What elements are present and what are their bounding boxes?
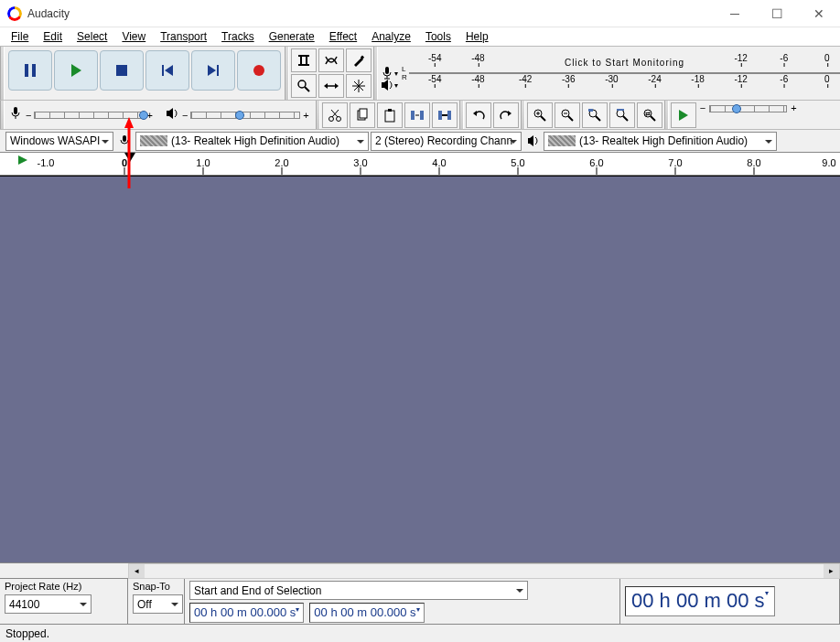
recording-volume-slider[interactable]	[34, 109, 144, 122]
svg-rect-38	[411, 111, 415, 120]
selection-mode-combo[interactable]: Start and End of Selection	[189, 581, 528, 600]
cut-button[interactable]	[322, 102, 348, 128]
svg-line-51	[568, 116, 573, 121]
menu-effect[interactable]: Effect	[324, 29, 362, 44]
project-rate-label: Project Rate (Hz)	[5, 581, 123, 592]
playback-device-combo[interactable]: (13- Realtek High Definition Audio)	[544, 132, 777, 151]
zoom-out-button[interactable]	[555, 102, 580, 128]
envelope-tool-button[interactable]	[318, 48, 344, 72]
svg-rect-12	[298, 64, 309, 66]
playback-volume-slider[interactable]	[190, 109, 300, 122]
silence-button[interactable]	[432, 102, 458, 128]
draw-tool-button[interactable]	[346, 48, 372, 72]
trim-button[interactable]	[404, 102, 430, 128]
svg-rect-1	[32, 64, 36, 77]
playhead-marker[interactable]	[124, 153, 135, 166]
status-text: Stopped.	[5, 627, 49, 640]
menu-help[interactable]: Help	[460, 29, 494, 44]
menu-view[interactable]: View	[116, 29, 151, 44]
horizontal-scrollbar[interactable]: ◂ ▸	[0, 562, 840, 578]
skip-start-button[interactable]	[145, 50, 189, 91]
menu-generate[interactable]: Generate	[264, 29, 320, 44]
svg-marker-29	[167, 108, 173, 119]
audio-host-combo[interactable]: Windows WASAPI	[5, 132, 113, 151]
selection-end-time[interactable]: 00 h 00 m 00.000 s▾	[309, 603, 424, 623]
svg-marker-64	[528, 135, 533, 146]
snap-to-combo[interactable]: Off	[133, 594, 183, 614]
timeline-ruler[interactable]: -1.0 0 1.0 2.0 3.0 4.0 5.0 6.0 7.0 8.0 9…	[0, 152, 840, 176]
playback-meter-scale[interactable]: -54 -48 -42 -36 -30 -24 -18 -12 -6 0	[409, 73, 840, 93]
zoom-in-button[interactable]	[527, 102, 553, 128]
svg-marker-6	[208, 65, 216, 76]
scroll-left-button[interactable]: ◂	[129, 564, 145, 578]
menu-transport[interactable]: Transport	[155, 29, 212, 44]
recording-meter: ▾ LR -54 -48 -12 -6 0 Click to Start Mon…	[378, 47, 840, 100]
copy-button[interactable]	[350, 102, 375, 128]
svg-marker-65	[18, 155, 27, 165]
toolbar-row-1: ▾ LR -54 -48 -12 -6 0 Click to Start Mon…	[0, 46, 840, 100]
menu-analyze[interactable]: Analyze	[366, 29, 416, 44]
play-at-speed-toolbar: − +	[669, 101, 801, 129]
playback-speed-slider[interactable]	[709, 102, 787, 115]
svg-line-54	[596, 116, 600, 121]
window-title: Audacity	[27, 7, 70, 20]
svg-point-56	[617, 110, 624, 117]
fit-selection-button[interactable]	[582, 102, 608, 128]
svg-marker-2	[71, 64, 81, 77]
undo-button[interactable]	[466, 102, 491, 128]
toolbar-row-2: − + − + ⇄ − +	[0, 100, 840, 129]
speaker-icon[interactable]: ▾	[378, 78, 400, 92]
svg-marker-5	[165, 65, 173, 76]
undo-redo-toolbar	[464, 101, 521, 129]
svg-rect-36	[385, 111, 394, 122]
scroll-right-button[interactable]: ▸	[824, 564, 839, 578]
record-button[interactable]	[237, 50, 281, 91]
recording-channels-combo[interactable]: 2 (Stereo) Recording Chann	[371, 132, 522, 151]
timeshift-tool-button[interactable]	[318, 74, 344, 98]
snap-to-label: Snap-To	[133, 581, 179, 592]
svg-rect-41	[438, 111, 442, 120]
audio-position-time[interactable]: 00 h 00 m 00 s▾	[625, 586, 775, 616]
paste-button[interactable]	[377, 102, 403, 128]
recording-device-combo[interactable]: (13- Realtek High Definition Audio)	[135, 132, 369, 151]
svg-marker-17	[324, 83, 328, 89]
speaker-icon	[523, 134, 542, 147]
mic-icon	[8, 106, 23, 124]
pause-button[interactable]	[8, 50, 52, 91]
selection-start-marker[interactable]	[18, 155, 29, 168]
svg-rect-37	[388, 109, 392, 112]
menu-tools[interactable]: Tools	[420, 29, 457, 44]
stop-button[interactable]	[100, 50, 144, 91]
zoom-tool-button[interactable]	[291, 74, 317, 98]
menu-tracks[interactable]: Tracks	[216, 29, 260, 44]
svg-marker-18	[335, 83, 339, 89]
project-rate-combo[interactable]: 44100	[5, 594, 92, 614]
close-button[interactable]: ✕	[798, 0, 840, 27]
mic-icon	[115, 134, 134, 147]
selection-start-time[interactable]: 00 h 00 m 00.000 s▾	[189, 603, 304, 623]
minimize-button[interactable]: ─	[714, 0, 756, 27]
svg-marker-26	[382, 80, 388, 91]
menu-file[interactable]: File	[5, 29, 34, 44]
start-monitoring-text[interactable]: Click to Start Monitoring	[409, 53, 840, 72]
selection-tool-button[interactable]	[291, 48, 317, 72]
maximize-button[interactable]: ☐	[756, 0, 798, 27]
app-logo-icon	[7, 6, 22, 21]
play-button[interactable]	[54, 50, 98, 91]
recording-meter-scale[interactable]: -54 -48 -12 -6 0 Click to Start Monitori…	[409, 53, 840, 73]
svg-marker-45	[508, 111, 512, 116]
multi-tool-button[interactable]	[346, 74, 372, 98]
redo-button[interactable]	[493, 102, 519, 128]
svg-point-31	[336, 117, 340, 122]
menu-edit[interactable]: Edit	[38, 29, 68, 44]
status-bar: Stopped.	[0, 624, 840, 642]
zoom-toggle-button[interactable]: ⇄	[637, 102, 662, 128]
skip-end-button[interactable]	[191, 50, 235, 91]
track-area[interactable]	[0, 176, 840, 562]
svg-rect-4	[162, 65, 164, 76]
menu-select[interactable]: Select	[71, 29, 113, 44]
play-at-speed-button[interactable]	[671, 102, 696, 128]
device-toolbar: Windows WASAPI (13- Realtek High Definit…	[0, 129, 840, 152]
fit-project-button[interactable]	[609, 102, 635, 128]
svg-marker-66	[124, 153, 135, 162]
